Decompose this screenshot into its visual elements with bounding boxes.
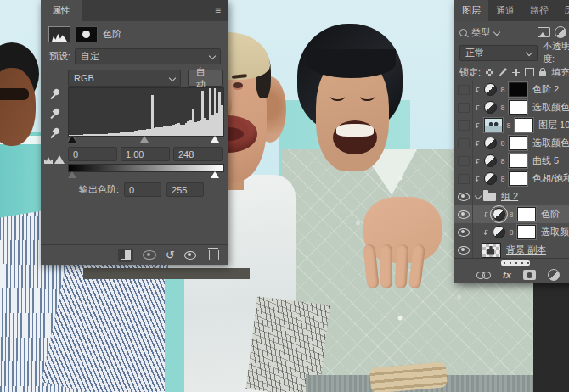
visibility-toggle[interactable] <box>454 116 473 134</box>
visibility-toggle[interactable] <box>454 241 473 259</box>
layer-mask-thumbnail[interactable] <box>509 154 527 168</box>
adjustment-layer-icon[interactable] <box>493 226 505 238</box>
histogram-warning-icon[interactable] <box>44 155 65 164</box>
input-white-field[interactable]: 248 <box>173 147 223 161</box>
preset-dropdown[interactable]: 自定 <box>75 48 221 64</box>
mask-link-icon[interactable]: 8 <box>499 175 507 183</box>
layer-row[interactable]: ↴ 8 图层 10 <box>454 116 569 134</box>
layer-name[interactable]: 曲线 5 <box>532 154 559 167</box>
add-layer-mask-icon[interactable] <box>523 270 536 280</box>
tab-layers[interactable]: 图层 <box>454 0 488 21</box>
layer-image-thumbnail[interactable] <box>484 118 503 132</box>
lock-artboard-icon[interactable] <box>525 68 534 76</box>
adjustment-layer-icon[interactable] <box>484 101 497 114</box>
adjustment-layer-icon[interactable] <box>484 154 497 167</box>
mask-link-icon[interactable]: 8 <box>499 157 507 165</box>
channel-dropdown[interactable]: RGB <box>68 70 181 87</box>
group-name[interactable]: 组 2 <box>501 190 518 203</box>
tab-paths[interactable]: 路径 <box>522 0 556 21</box>
shadow-input-slider[interactable] <box>68 136 76 143</box>
adjustment-layer-icon[interactable] <box>493 208 505 221</box>
layer-row[interactable]: ↴ 8 色阶 2 <box>454 81 569 98</box>
toggle-visibility-eye-icon[interactable] <box>184 251 196 260</box>
lock-transparent-pixels-icon[interactable] <box>486 69 493 76</box>
layer-name[interactable]: 选取颜色 <box>541 226 569 238</box>
mask-link-icon[interactable]: 8 <box>507 228 515 237</box>
midtone-input-slider[interactable] <box>140 136 149 143</box>
visibility-toggle[interactable] <box>454 205 473 223</box>
visibility-toggle[interactable] <box>454 170 473 188</box>
adjustment-layer-icon[interactable] <box>484 137 497 149</box>
filter-type-label[interactable]: 类型 <box>471 26 490 39</box>
layer-name[interactable]: 背景 副本 <box>506 244 546 256</box>
mask-link-icon[interactable]: 8 <box>499 139 507 148</box>
filter-adjustment-layers-icon[interactable] <box>555 26 566 38</box>
visibility-toggle[interactable] <box>454 188 473 205</box>
visibility-toggle[interactable] <box>454 134 473 152</box>
layer-name[interactable]: 图层 10 <box>538 119 569 132</box>
layer-row[interactable]: ↴ 8 曲线 5 <box>454 152 569 170</box>
layer-mask-thumbnail[interactable] <box>509 136 527 150</box>
mask-link-icon[interactable]: 8 <box>507 210 515 219</box>
lock-image-pixels-icon[interactable] <box>499 68 507 76</box>
tab-channels[interactable]: 通道 <box>488 0 522 21</box>
mask-link-icon[interactable]: 8 <box>499 104 507 112</box>
layer-mask-thumbnail[interactable] <box>515 118 533 132</box>
mask-link-icon[interactable]: 8 <box>504 121 513 130</box>
layer-transparent-thumbnail[interactable] <box>482 243 501 258</box>
link-layers-icon[interactable] <box>476 272 491 279</box>
panel-menu-icon[interactable]: ≡ <box>215 6 221 14</box>
group-expand-chevron-icon[interactable] <box>475 192 482 199</box>
lock-all-icon[interactable] <box>539 71 546 76</box>
layer-mask-thumbnail[interactable] <box>509 171 527 186</box>
horizontal-scrollbar-thumb[interactable] <box>501 260 530 266</box>
tab-history[interactable]: 历史记录 <box>556 0 569 21</box>
layer-row[interactable]: ↴ 8 选取颜色 <box>454 134 569 152</box>
view-previous-state-icon[interactable] <box>143 250 156 260</box>
layer-row[interactable]: ↴ 8 选取颜色 <box>454 223 569 241</box>
gray-point-eyedropper-icon[interactable] <box>50 108 61 120</box>
group-row[interactable]: 组 2 <box>454 188 569 205</box>
layer-mask-thumbnail[interactable] <box>509 82 527 97</box>
layer-row[interactable]: 背景 副本 <box>454 241 569 259</box>
layer-style-fx-icon[interactable]: fx <box>503 270 511 280</box>
layer-name[interactable]: 色阶 <box>541 208 560 221</box>
auto-button[interactable]: 自动 <box>188 70 223 87</box>
visibility-toggle[interactable] <box>454 81 473 98</box>
filter-pixel-layers-icon[interactable] <box>538 27 550 37</box>
lock-position-icon[interactable] <box>512 69 520 76</box>
highlight-input-slider[interactable] <box>211 136 219 143</box>
adjustment-layer-icon[interactable] <box>484 83 497 96</box>
new-adjustment-layer-icon[interactable] <box>548 269 560 281</box>
input-gamma-field[interactable]: 1.00 <box>121 147 170 161</box>
reset-adjustment-icon[interactable]: ↺ <box>166 250 175 260</box>
adjustment-layer-icon[interactable] <box>484 172 497 185</box>
levels-histogram-icon <box>48 26 70 42</box>
white-point-eyedropper-icon[interactable] <box>50 127 61 139</box>
layer-row-selected[interactable]: ↴ 8 色阶 <box>454 205 569 223</box>
clip-to-layer-icon[interactable] <box>118 249 133 262</box>
layer-row[interactable]: ↴ 8 色相/饱和 <box>454 170 569 188</box>
layer-name[interactable]: 选取颜色 <box>532 101 569 114</box>
mask-link-icon[interactable]: 8 <box>499 86 507 94</box>
tab-properties[interactable]: 属性 <box>41 0 82 21</box>
output-black-field[interactable]: 0 <box>124 182 161 197</box>
output-white-field[interactable]: 255 <box>166 182 204 197</box>
output-black-slider[interactable] <box>68 171 76 178</box>
delete-adjustment-trash-icon[interactable] <box>209 250 219 260</box>
visibility-toggle[interactable] <box>454 98 473 116</box>
adjustment-mask-icon[interactable] <box>76 26 98 42</box>
layer-row[interactable]: ↴ 8 选取颜色 <box>454 98 569 116</box>
visibility-toggle[interactable] <box>454 152 473 170</box>
layer-mask-thumbnail[interactable] <box>517 207 536 221</box>
layer-name[interactable]: 选取颜色 <box>532 137 569 149</box>
layer-name[interactable]: 色阶 2 <box>532 83 559 96</box>
blend-mode-dropdown[interactable]: 正常 <box>459 45 538 61</box>
visibility-toggle[interactable] <box>454 223 473 241</box>
input-black-field[interactable]: 0 <box>68 147 117 161</box>
layer-mask-thumbnail[interactable] <box>517 225 536 239</box>
output-white-slider[interactable] <box>211 171 219 178</box>
layer-name[interactable]: 色相/饱和 <box>532 172 569 185</box>
black-point-eyedropper-icon[interactable] <box>50 88 61 100</box>
layer-mask-thumbnail[interactable] <box>509 100 527 115</box>
